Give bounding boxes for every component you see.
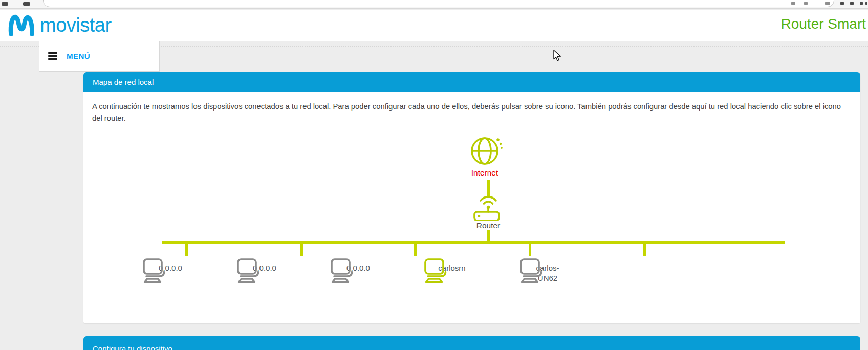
network-map: Internet Router bbox=[83, 72, 860, 323]
browser-icon-fragment bbox=[2, 2, 8, 6]
url-bar-icon-fragment bbox=[791, 2, 795, 5]
menu-label: MENÚ bbox=[67, 52, 90, 60]
hamburger-icon bbox=[48, 51, 57, 61]
browser-url-bar[interactable] bbox=[43, 0, 834, 7]
router-label: Router bbox=[451, 221, 526, 230]
screen: movistar Router Smart MENÚ Mapa de red l… bbox=[0, 0, 868, 350]
configure-device-card: Configura tu dispositivo bbox=[83, 336, 860, 350]
browser-chrome bbox=[0, 0, 868, 9]
network-map-card: Mapa de red local A continuación te most… bbox=[83, 72, 860, 323]
movistar-wordmark: movistar bbox=[40, 12, 112, 38]
router-tree-stem bbox=[487, 230, 490, 242]
menu-button[interactable]: MENÚ bbox=[39, 41, 160, 72]
computer-icon bbox=[421, 258, 449, 285]
device-node[interactable]: 0.0.0.0 bbox=[140, 258, 201, 273]
mouse-cursor bbox=[553, 50, 564, 63]
movistar-logo[interactable]: movistar bbox=[7, 12, 112, 38]
router-icon[interactable] bbox=[473, 191, 501, 221]
browser-icon-fragment bbox=[860, 2, 863, 5]
tree-drop-line bbox=[414, 241, 417, 256]
internet-globe-icon bbox=[469, 135, 503, 167]
computer-icon bbox=[140, 258, 167, 285]
browser-icon-fragment bbox=[840, 2, 844, 5]
browser-icon-fragment bbox=[865, 2, 867, 5]
tree-drop-line bbox=[643, 241, 646, 256]
product-title: Router Smart bbox=[781, 16, 866, 32]
browser-icon-fragment bbox=[850, 2, 854, 5]
movistar-m-icon bbox=[7, 12, 36, 38]
tree-drop-line bbox=[185, 241, 188, 256]
internet-label: Internet bbox=[449, 168, 520, 178]
device-node[interactable]: carlos-UN62 bbox=[517, 258, 578, 284]
computer-icon bbox=[517, 258, 545, 285]
tree-drop-line bbox=[529, 241, 531, 256]
tree-drop-line bbox=[300, 241, 303, 256]
app-header: movistar Router Smart bbox=[0, 10, 868, 41]
configure-device-title: Configura tu dispositivo bbox=[83, 336, 860, 350]
browser-icon-fragment bbox=[23, 2, 30, 6]
device-node[interactable]: 0.0.0.0 bbox=[234, 258, 295, 273]
computer-icon bbox=[234, 258, 262, 285]
device-node[interactable]: carlosrn bbox=[421, 258, 483, 273]
tree-bus-line bbox=[162, 241, 785, 244]
url-bar-icon-fragment bbox=[825, 2, 830, 5]
device-node[interactable]: 0.0.0.0 bbox=[328, 258, 389, 273]
computer-icon bbox=[328, 258, 355, 285]
url-bar-icon-fragment bbox=[804, 2, 808, 5]
